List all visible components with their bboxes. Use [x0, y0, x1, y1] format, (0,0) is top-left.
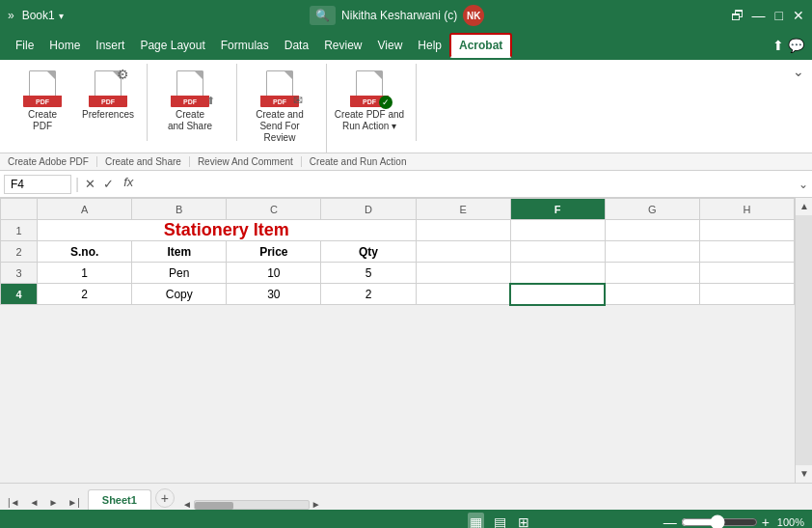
cell-e4[interactable]	[416, 284, 510, 305]
row-header-1[interactable]: 1	[1, 220, 38, 241]
tab-nav-next[interactable]: ►	[44, 495, 62, 510]
minimize-button[interactable]: —	[752, 8, 766, 23]
create-send-review-button[interactable]: PDF ✉ Create andSend For Review	[241, 64, 318, 149]
preferences-button[interactable]: PDF ⚙ Preferences	[77, 64, 139, 125]
close-button[interactable]: ✕	[793, 8, 804, 23]
zoom-minus-button[interactable]: —	[663, 514, 677, 528]
confirm-formula-icon[interactable]: ✓	[101, 175, 116, 193]
vertical-scrollbar[interactable]: ▲ ▼	[795, 198, 812, 483]
menu-item-home[interactable]: Home	[41, 35, 88, 56]
share-icon[interactable]: ⬆	[772, 38, 784, 53]
cell-c3[interactable]: 10	[227, 263, 321, 284]
formula-input[interactable]	[141, 178, 795, 191]
cell-a3[interactable]: 1	[38, 263, 132, 284]
ribbon-footer-create-share: Create and Share	[105, 156, 190, 167]
row-header-2[interactable]: 2	[1, 241, 38, 263]
col-header-h[interactable]: H	[699, 199, 794, 220]
cell-b2[interactable]: Item	[132, 241, 227, 263]
cell-h3[interactable]	[699, 263, 794, 284]
fx-icon[interactable]: fx	[120, 175, 137, 193]
row-header-4[interactable]: 4	[1, 284, 38, 305]
normal-view-button[interactable]: ▦	[468, 513, 484, 528]
page-layout-view-button[interactable]: ▤	[492, 513, 508, 528]
menu-item-formulas[interactable]: Formulas	[213, 35, 277, 56]
cell-a4[interactable]: 2	[38, 284, 132, 305]
col-header-b[interactable]: B	[132, 199, 227, 220]
title-bar-center: 🔍 Nikitha Kesharwani (c) NK	[64, 5, 731, 26]
cell-b3[interactable]: Pen	[132, 263, 227, 284]
tab-nav-prev[interactable]: ◄	[26, 495, 43, 510]
cell-d4[interactable]: 2	[321, 284, 416, 305]
cell-e3[interactable]	[416, 263, 510, 284]
formula-bar: | ✕ ✓ fx ⌄	[0, 171, 812, 198]
menu-item-acrobat[interactable]: Acrobat	[449, 33, 512, 58]
scroll-track-v[interactable]	[796, 215, 812, 465]
cell-a1[interactable]: Stationery Item	[38, 220, 416, 241]
add-sheet-button[interactable]: +	[155, 488, 175, 508]
comment-icon[interactable]: 💬	[788, 38, 804, 53]
workbook-name[interactable]: Book1	[22, 9, 55, 22]
create-action-label: Create PDF andRun Action ▾	[335, 109, 404, 132]
row-header-3[interactable]: 3	[1, 263, 38, 284]
hscroll-left-icon[interactable]: ◄	[182, 499, 192, 510]
create-and-share-button[interactable]: PDF ⬆ Createand Share	[151, 64, 229, 137]
cell-d3[interactable]: 5	[321, 263, 416, 284]
col-header-a[interactable]: A	[38, 199, 132, 220]
col-header-d[interactable]: D	[321, 199, 416, 220]
ribbon-collapse-button[interactable]: ⌄	[793, 64, 804, 79]
menu-item-insert[interactable]: Insert	[88, 35, 132, 56]
search-icon: 🔍	[315, 9, 330, 22]
menu-item-data[interactable]: Data	[277, 35, 316, 56]
cell-g4[interactable]	[605, 284, 699, 305]
page-break-view-button[interactable]: ⊞	[516, 513, 531, 528]
scroll-up-button[interactable]: ▲	[796, 198, 812, 215]
cell-d2[interactable]: Qty	[321, 241, 416, 263]
col-header-f[interactable]: F	[510, 199, 605, 220]
create-review-icon: PDF ✉	[260, 69, 299, 107]
menu-item-pagelayout[interactable]: Page Layout	[132, 35, 212, 56]
col-header-g[interactable]: G	[605, 199, 699, 220]
cell-h1[interactable]	[699, 220, 794, 241]
cell-f4-active[interactable]	[510, 284, 605, 305]
formula-bar-expand-icon[interactable]: ⌄	[798, 178, 808, 191]
cell-reference-input[interactable]	[4, 175, 71, 194]
col-header-c[interactable]: C	[227, 199, 321, 220]
cell-h4[interactable]	[699, 284, 794, 305]
col-header-e[interactable]: E	[416, 199, 510, 220]
cell-g3[interactable]	[605, 263, 699, 284]
menu-item-file[interactable]: File	[8, 35, 41, 56]
menu-item-review[interactable]: Review	[316, 35, 369, 56]
menu-item-view[interactable]: View	[370, 35, 411, 56]
cell-f2[interactable]	[510, 241, 605, 263]
cell-c4[interactable]: 30	[227, 284, 321, 305]
tab-nav-last[interactable]: ►|	[64, 495, 84, 510]
restore-icon[interactable]: 🗗	[731, 8, 744, 23]
cell-g1[interactable]	[605, 220, 699, 241]
cell-e2[interactable]	[416, 241, 510, 263]
footer-review-label: Review And Comment	[198, 156, 293, 167]
menu-item-help[interactable]: Help	[410, 35, 449, 56]
cell-e1[interactable]	[416, 220, 510, 241]
app-nav-icon[interactable]: »	[8, 9, 14, 22]
create-run-action-button[interactable]: PDF ✓ Create PDF andRun Action ▾	[331, 64, 408, 137]
cell-c2[interactable]: Price	[227, 241, 321, 263]
cell-f3[interactable]	[510, 263, 605, 284]
cell-h2[interactable]	[699, 241, 794, 263]
cell-b4[interactable]: Copy	[132, 284, 227, 305]
scroll-down-button[interactable]: ▼	[796, 465, 812, 483]
menu-right-icons: ⬆ 💬	[772, 38, 804, 53]
hscroll-right-icon[interactable]: ►	[311, 499, 321, 510]
zoom-level-display: 100%	[773, 516, 804, 528]
cell-g2[interactable]	[605, 241, 699, 263]
cell-a2[interactable]: S.no.	[38, 241, 132, 263]
zoom-slider[interactable]	[681, 514, 758, 528]
cancel-formula-icon[interactable]: ✕	[83, 175, 97, 193]
search-box[interactable]: 🔍	[310, 6, 336, 25]
zoom-plus-button[interactable]: +	[762, 514, 770, 528]
table-row: 1 Stationery Item	[1, 220, 795, 241]
tab-nav-first[interactable]: |◄	[4, 495, 24, 510]
maximize-button[interactable]: □	[775, 8, 783, 23]
create-pdf-button[interactable]: PDF CreatePDF	[12, 64, 73, 137]
sheet-tab-sheet1[interactable]: Sheet1	[88, 489, 151, 510]
cell-f1[interactable]	[510, 220, 605, 241]
